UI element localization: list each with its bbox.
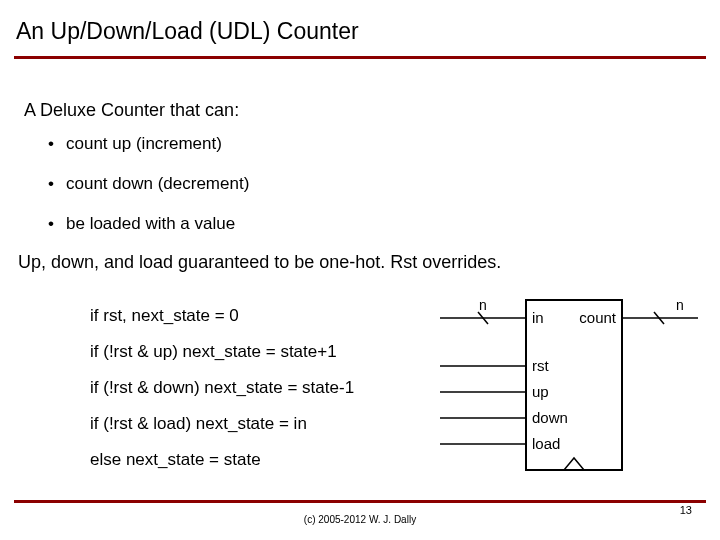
- code-line: if (!rst & load) next_state = in: [90, 406, 354, 442]
- slide: An Up/Down/Load (UDL) Counter A Deluxe C…: [0, 0, 720, 540]
- block-diagram-svg: n in n count rst up down load: [440, 296, 698, 478]
- pseudocode-block: if rst, next_state = 0 if (!rst & up) ne…: [90, 298, 354, 478]
- clock-triangle-icon: [564, 458, 584, 470]
- port-label-load: load: [532, 435, 560, 452]
- port-label-down: down: [532, 409, 568, 426]
- code-line: else next_state = state: [90, 442, 354, 478]
- list-item: be loaded with a value: [48, 214, 249, 234]
- list-item: count up (increment): [48, 134, 249, 154]
- code-line: if (!rst & up) next_state = state+1: [90, 334, 354, 370]
- bus-width-label-left: n: [479, 297, 487, 313]
- slide-title: An Up/Down/Load (UDL) Counter: [16, 18, 359, 45]
- note-text: Up, down, and load guaranteed to be one-…: [18, 252, 501, 273]
- footer-rule: [14, 500, 706, 503]
- code-line: if (!rst & down) next_state = state-1: [90, 370, 354, 406]
- port-label-rst: rst: [532, 357, 549, 374]
- port-label-count: count: [579, 309, 617, 326]
- copyright-text: (c) 2005-2012 W. J. Dally: [0, 514, 720, 525]
- port-label-in: in: [532, 309, 544, 326]
- bus-width-label-right: n: [676, 297, 684, 313]
- intro-text: A Deluxe Counter that can:: [24, 100, 239, 121]
- block-diagram: n in n count rst up down load: [440, 296, 698, 478]
- feature-list: count up (increment) count down (decreme…: [48, 134, 249, 254]
- list-item: count down (decrement): [48, 174, 249, 194]
- code-line: if rst, next_state = 0: [90, 298, 354, 334]
- title-rule: [14, 56, 706, 59]
- port-label-up: up: [532, 383, 549, 400]
- page-number: 13: [680, 504, 692, 516]
